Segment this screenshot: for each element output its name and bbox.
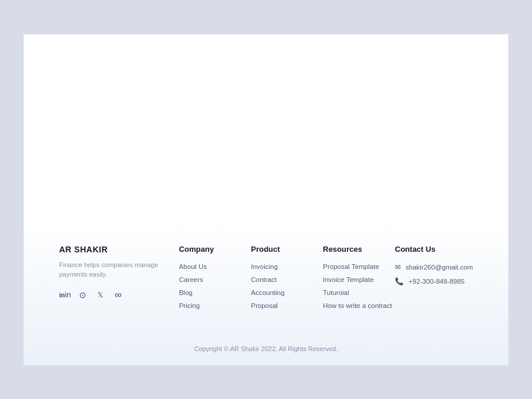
how-to-write-link[interactable]: How to write a contract [323,302,395,309]
contract-link[interactable]: Contract [251,276,323,283]
infinite-icon[interactable]: ∞ [112,289,124,301]
messenger-icon[interactable]: ⊙ [77,289,89,301]
about-us-link[interactable]: About Us [179,263,251,270]
pricing-link[interactable]: Pricing [179,302,251,309]
linkedin-icon[interactable]: in [59,289,71,301]
proposal-link[interactable]: Proposal [251,302,323,309]
resources-title: Resources [323,245,395,254]
company-col: Company About Us Careers Blog Pricing [179,245,251,315]
tuturoial-link[interactable]: Tuturoial [323,289,395,296]
contact-phone: +92-300-848-8985 [408,278,465,285]
social-icons-group: in ⊙ 𝕏 ∞ [59,289,167,301]
company-title: Company [179,245,251,254]
footer-columns: AR SHAKIR Finance helps companies manage… [59,245,473,333]
footer: AR SHAKIR Finance helps companies manage… [24,221,508,365]
brand-name: AR SHAKIR [59,245,167,254]
twitter-icon[interactable]: 𝕏 [95,289,106,301]
footer-brand-col: AR SHAKIR Finance helps companies manage… [59,245,179,315]
blog-link[interactable]: Blog [179,289,251,296]
contact-phone-item: 📞 +92-300-848-8985 [395,277,473,286]
invoicing-link[interactable]: Invoicing [251,263,323,270]
contact-email-item: ✉ shakir260@gmail.com [395,263,473,271]
careers-link[interactable]: Careers [179,276,251,283]
accounting-link[interactable]: Accounting [251,289,323,296]
page-container: AR SHAKIR Finance helps companies manage… [24,34,508,365]
contact-email: shakir260@gmail.com [406,264,473,271]
brand-description: Finance helps companies manage payments … [59,260,167,280]
resources-col: Resources Proposal Template Invoice Temp… [323,245,395,315]
footer-bottom: Copyright © AR Shakir 2022. All Rights R… [59,333,473,353]
product-title: Product [251,245,323,254]
contact-title: Contact Us [395,245,473,254]
invoice-template-link[interactable]: Invoice Template [323,276,395,283]
copyright-text: Copyright © AR Shakir 2022. All Rights R… [194,345,338,352]
main-content [24,34,508,221]
product-col: Product Invoicing Contract Accounting Pr… [251,245,323,315]
email-icon: ✉ [395,263,401,271]
proposal-template-link[interactable]: Proposal Template [323,263,395,270]
contact-col: Contact Us ✉ shakir260@gmail.com 📞 +92-3… [395,245,473,315]
phone-icon: 📞 [395,277,404,286]
